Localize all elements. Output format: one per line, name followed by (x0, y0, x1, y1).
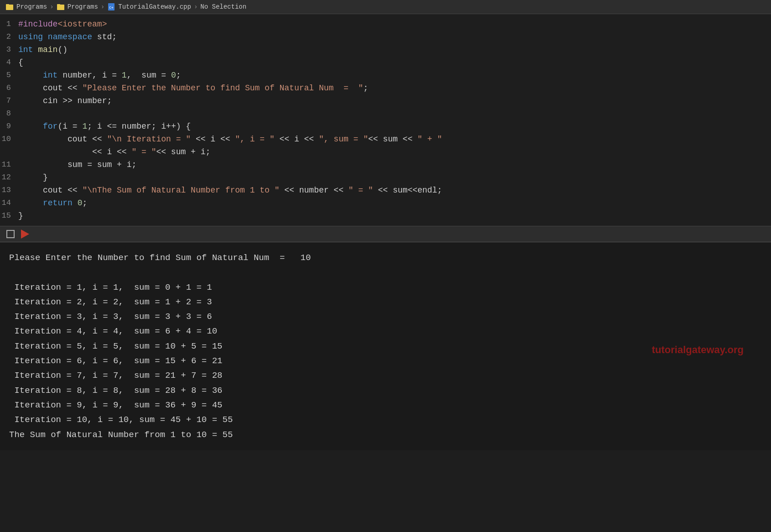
code-line-13: 13 cout << "\nThe Sum of Natural Number … (0, 184, 771, 197)
code-line-12: 12 } (0, 171, 771, 184)
stop-icon (6, 230, 15, 238)
output-area: Please Enter the Number to find Sum of N… (0, 242, 771, 450)
code-line-1: 1 #include<iostream> (0, 18, 771, 31)
code-line-15: 15 } (0, 209, 771, 222)
watermark: tutorialgateway.org (652, 341, 744, 358)
run-button[interactable] (20, 229, 30, 239)
code-line-4: 4 { (0, 56, 771, 69)
breadcrumb-item-4: No Selection (200, 3, 246, 10)
svg-rect-3 (57, 4, 60, 5)
code-line-14: 14 return 0; (0, 197, 771, 209)
svg-rect-1 (6, 4, 9, 5)
code-line-7: 7 cin >> number; (0, 94, 771, 107)
breadcrumb: Programs › Programs › c+ TutorialGateway… (0, 0, 771, 14)
output-line-1: Please Enter the Number to find Sum of N… (9, 250, 762, 265)
code-line-8: 8 (0, 107, 771, 120)
output-line-final: The Sum of Natural Number from 1 to 10 =… (9, 428, 762, 442)
svg-text:c+: c+ (109, 5, 114, 10)
output-line-iter9: Iteration = 9, i = 9, sum = 36 + 9 = 45 (9, 398, 762, 412)
stop-button[interactable] (5, 229, 16, 239)
code-line-11: 11 sum = sum + i; (0, 158, 771, 171)
output-line-iter8: Iteration = 8, i = 8, sum = 28 + 8 = 36 (9, 383, 762, 398)
run-icon (21, 229, 29, 239)
output-line-iter5: Iteration = 5, i = 5, sum = 10 + 5 = 15 (9, 339, 762, 354)
folder-icon (57, 3, 65, 11)
code-line-2: 2 using namespace std; (0, 31, 771, 43)
output-line-iter10: Iteration = 10, i = 10, sum = 45 + 10 = … (9, 412, 762, 427)
output-line-iter3: Iteration = 3, i = 3, sum = 3 + 3 = 6 (9, 309, 762, 324)
code-line-3: 3 int main() (0, 43, 771, 56)
breadcrumb-item-3[interactable]: TutorialGateway.cpp (118, 3, 191, 10)
output-line-blank (9, 265, 762, 280)
output-line-iter7: Iteration = 7, i = 7, sum = 21 + 7 = 28 (9, 368, 762, 383)
output-line-iter1: Iteration = 1, i = 1, sum = 0 + 1 = 1 (9, 280, 762, 295)
output-line-iter4: Iteration = 4, i = 4, sum = 6 + 4 = 10 (9, 324, 762, 339)
toolbar (0, 226, 771, 242)
breadcrumb-sep-3: › (194, 3, 198, 10)
breadcrumb-item-2[interactable]: Programs (68, 3, 98, 10)
breadcrumb-sep-1: › (50, 3, 53, 10)
programs-icon (5, 3, 14, 11)
breadcrumb-item-1[interactable]: Programs (16, 3, 47, 10)
code-line-9: 9 for(i = 1; i <= number; i++) { (0, 120, 771, 133)
code-line-10a: 10 cout << "\n Iteration = " << i << ", … (0, 133, 771, 146)
code-line-6: 6 cout << "Please Enter the Number to fi… (0, 82, 771, 94)
code-line-10b: << i << " = "<< sum + i; (0, 146, 771, 158)
code-line-5: 5 int number, i = 1, sum = 0; (0, 69, 771, 82)
cpp-file-icon: c+ (107, 3, 115, 11)
output-line-iter6: Iteration = 6, i = 6, sum = 15 + 6 = 21 (9, 354, 762, 368)
code-editor: 1 #include<iostream> 2 using namespace s… (0, 14, 771, 226)
breadcrumb-sep-2: › (101, 3, 104, 10)
output-line-iter2: Iteration = 2, i = 2, sum = 1 + 2 = 3 (9, 295, 762, 309)
